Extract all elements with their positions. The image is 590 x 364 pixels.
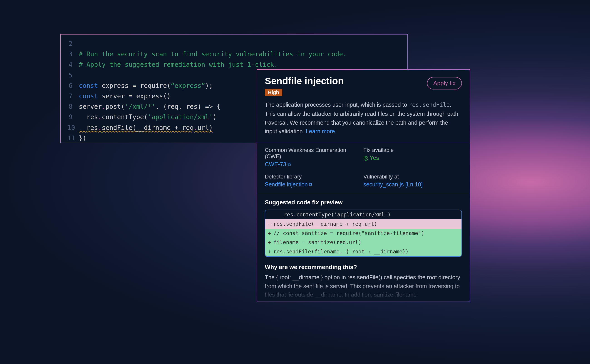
diff-line-add: +filename = sanitize(req.url) <box>265 238 461 247</box>
diff-text: res.sendFile(filename, { root : __dirnam… <box>273 247 408 256</box>
line-number: 3 <box>67 49 79 59</box>
diff-line-del: —res.sendFile(__dirname + req.url) <box>265 219 461 229</box>
learn-more-link[interactable]: Learn more <box>306 128 335 134</box>
code-content: res.contentType('application/xml') <box>79 112 217 122</box>
diff-sign: — <box>265 220 273 228</box>
desc-code: res.sendFile <box>409 102 450 108</box>
desc-pre: The application processes user-input, wh… <box>265 102 409 108</box>
fix-available-label: Fix available <box>363 147 462 153</box>
code-line: 2 <box>67 39 400 49</box>
code-content: const express = require(“express”); <box>79 81 213 91</box>
diff-line-add: +res.sendFile(filename, { root : __dirna… <box>265 247 461 256</box>
diff-text: res.contentType('application/xml') <box>273 210 391 219</box>
code-content: server.post('/xml/*', (req, res) => { <box>79 102 220 112</box>
vulnerability-location-item: Vulnerability at security_scan.js [Ln 10… <box>363 174 462 188</box>
code-content: # Run the security scan to find security… <box>79 49 347 59</box>
line-number: 7 <box>67 91 79 102</box>
cwe-value: CWE-73 <box>265 161 286 167</box>
why-text: The { root: __dirname } option in res.se… <box>265 273 462 299</box>
code-content: const server = express() <box>79 91 171 102</box>
suggested-fix-section: Suggested code fix preview res.contentTy… <box>257 194 470 264</box>
line-number: 9 <box>67 112 79 122</box>
code-line: 4# Apply the suggested remediation with … <box>67 59 400 70</box>
line-number: 4 <box>67 59 79 70</box>
line-number: 10 <box>67 123 79 133</box>
detector-item: Detecter library Sendfile injection⧉ <box>265 174 363 188</box>
vuln-label: Vulnerability at <box>363 174 462 180</box>
cwe-link[interactable]: CWE-73⧉ <box>265 161 363 168</box>
diff-text: res.sendFile(__dirname + req.url) <box>273 220 377 228</box>
diff-text: filename = sanitize(req.url) <box>273 238 362 247</box>
line-number: 2 <box>67 39 79 49</box>
severity-badge: High <box>265 89 282 96</box>
detector-link[interactable]: Sendfile injection⧉ <box>265 181 363 188</box>
apply-fix-button[interactable]: Apply fix <box>427 77 462 90</box>
vuln-location-link[interactable]: security_scan.js [Ln 10] <box>363 181 462 188</box>
security-finding-panel: Sendfile injection Apply fix High The ap… <box>257 69 470 302</box>
line-number: 11 <box>67 133 79 143</box>
fix-available-item: Fix available ◎Yes <box>363 147 462 168</box>
finding-header: Sendfile injection Apply fix High The ap… <box>257 70 470 142</box>
code-line: 3# Run the security scan to find securit… <box>67 49 400 59</box>
diff-line-ctx: res.contentType('application/xml') <box>265 210 461 219</box>
finding-description: The application processes user-input, wh… <box>265 100 462 136</box>
diff-text: // const sanitize = require("sanitize-fi… <box>273 229 424 238</box>
code-content: res.sendFile(__dirname + req.url) <box>79 123 213 133</box>
diff-sign: + <box>265 247 273 256</box>
fix-available-value: ◎Yes <box>363 155 462 161</box>
diff-sign: + <box>265 229 273 238</box>
line-number: 8 <box>67 102 79 112</box>
line-number: 5 <box>67 70 79 81</box>
external-link-icon: ⧉ <box>287 162 291 167</box>
detector-value: Sendfile injection <box>265 181 308 188</box>
diff-sign <box>265 210 273 219</box>
code-content: # Apply the suggested remediation with j… <box>79 59 278 70</box>
check-circle-icon: ◎ <box>363 155 368 161</box>
fix-yes: Yes <box>370 155 379 161</box>
detector-label: Detecter library <box>265 174 363 180</box>
finding-metadata: Common Weakness Enumeration (CWE) CWE-73… <box>257 142 470 194</box>
diff-line-add: +// const sanitize = require("sanitize-f… <box>265 229 461 238</box>
diff-sign: + <box>265 238 273 247</box>
code-content: }) <box>79 133 86 143</box>
external-link-icon: ⧉ <box>309 182 312 187</box>
fix-heading: Suggested code fix preview <box>265 199 462 206</box>
cwe-label: Common Weakness Enumeration (CWE) <box>265 147 363 160</box>
diff-preview: res.contentType('application/xml')—res.s… <box>265 210 462 257</box>
cwe-item: Common Weakness Enumeration (CWE) CWE-73… <box>265 147 363 168</box>
why-section: Why are we recommending this? The { root… <box>257 264 470 302</box>
line-number: 6 <box>67 81 79 91</box>
why-heading: Why are we recommending this? <box>265 264 462 271</box>
